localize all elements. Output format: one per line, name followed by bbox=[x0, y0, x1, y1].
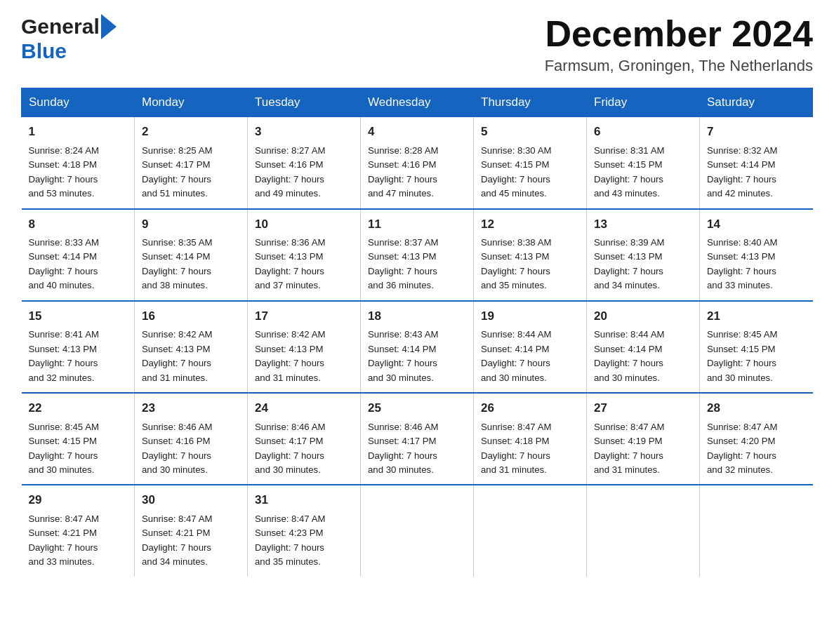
calendar-week-row: 22Sunrise: 8:45 AMSunset: 4:15 PMDayligh… bbox=[22, 393, 813, 485]
day-number: 21 bbox=[707, 307, 806, 326]
col-header-friday: Friday bbox=[587, 88, 700, 117]
calendar-cell: 14Sunrise: 8:40 AMSunset: 4:13 PMDayligh… bbox=[700, 209, 813, 301]
day-number: 3 bbox=[255, 123, 353, 141]
day-number: 10 bbox=[255, 215, 353, 234]
day-info: Sunrise: 8:47 AMSunset: 4:23 PMDaylight:… bbox=[255, 514, 325, 567]
day-info: Sunrise: 8:45 AMSunset: 4:15 PMDaylight:… bbox=[29, 422, 99, 475]
day-info: Sunrise: 8:46 AMSunset: 4:16 PMDaylight:… bbox=[142, 422, 212, 475]
day-number: 18 bbox=[368, 307, 466, 326]
day-number: 13 bbox=[594, 215, 692, 234]
calendar-cell: 15Sunrise: 8:41 AMSunset: 4:13 PMDayligh… bbox=[22, 301, 135, 393]
day-number: 26 bbox=[481, 399, 579, 417]
calendar-cell: 29Sunrise: 8:47 AMSunset: 4:21 PMDayligh… bbox=[22, 485, 135, 576]
calendar-cell: 12Sunrise: 8:38 AMSunset: 4:13 PMDayligh… bbox=[474, 209, 587, 301]
calendar-cell: 13Sunrise: 8:39 AMSunset: 4:13 PMDayligh… bbox=[587, 209, 700, 301]
day-info: Sunrise: 8:47 AMSunset: 4:21 PMDaylight:… bbox=[142, 514, 212, 567]
day-number: 24 bbox=[255, 399, 353, 417]
calendar-cell: 19Sunrise: 8:44 AMSunset: 4:14 PMDayligh… bbox=[474, 301, 587, 393]
calendar-cell: 11Sunrise: 8:37 AMSunset: 4:13 PMDayligh… bbox=[361, 209, 474, 301]
calendar-cell: 21Sunrise: 8:45 AMSunset: 4:15 PMDayligh… bbox=[700, 301, 813, 393]
day-info: Sunrise: 8:46 AMSunset: 4:17 PMDaylight:… bbox=[368, 422, 438, 475]
day-info: Sunrise: 8:38 AMSunset: 4:13 PMDaylight:… bbox=[481, 237, 551, 290]
day-number: 7 bbox=[707, 123, 806, 141]
calendar-cell bbox=[474, 485, 587, 576]
day-number: 29 bbox=[29, 491, 128, 509]
calendar-header-row: SundayMondayTuesdayWednesdayThursdayFrid… bbox=[22, 88, 813, 117]
day-number: 22 bbox=[29, 399, 128, 417]
day-info: Sunrise: 8:47 AMSunset: 4:18 PMDaylight:… bbox=[481, 422, 551, 475]
day-number: 30 bbox=[142, 491, 240, 509]
day-info: Sunrise: 8:35 AMSunset: 4:14 PMDaylight:… bbox=[142, 237, 212, 290]
day-number: 9 bbox=[142, 215, 240, 234]
calendar-cell: 6Sunrise: 8:31 AMSunset: 4:15 PMDaylight… bbox=[587, 117, 700, 209]
calendar-cell: 5Sunrise: 8:30 AMSunset: 4:15 PMDaylight… bbox=[474, 117, 587, 209]
day-info: Sunrise: 8:31 AMSunset: 4:15 PMDaylight:… bbox=[594, 145, 664, 199]
calendar-week-row: 29Sunrise: 8:47 AMSunset: 4:21 PMDayligh… bbox=[22, 485, 813, 576]
day-info: Sunrise: 8:27 AMSunset: 4:16 PMDaylight:… bbox=[255, 145, 325, 199]
calendar-cell: 20Sunrise: 8:44 AMSunset: 4:14 PMDayligh… bbox=[587, 301, 700, 393]
col-header-saturday: Saturday bbox=[700, 88, 813, 117]
day-info: Sunrise: 8:46 AMSunset: 4:17 PMDaylight:… bbox=[255, 422, 325, 475]
day-info: Sunrise: 8:25 AMSunset: 4:17 PMDaylight:… bbox=[142, 145, 212, 199]
logo-arrow-icon bbox=[101, 14, 117, 39]
calendar-table: SundayMondayTuesdayWednesdayThursdayFrid… bbox=[21, 88, 813, 577]
calendar-cell bbox=[700, 485, 813, 576]
calendar-cell: 18Sunrise: 8:43 AMSunset: 4:14 PMDayligh… bbox=[361, 301, 474, 393]
col-header-monday: Monday bbox=[135, 88, 248, 117]
day-info: Sunrise: 8:42 AMSunset: 4:13 PMDaylight:… bbox=[255, 329, 325, 382]
col-header-thursday: Thursday bbox=[474, 88, 587, 117]
day-info: Sunrise: 8:24 AMSunset: 4:18 PMDaylight:… bbox=[29, 145, 99, 199]
day-number: 4 bbox=[368, 123, 466, 141]
day-number: 12 bbox=[481, 215, 579, 234]
col-header-sunday: Sunday bbox=[22, 88, 135, 117]
day-number: 27 bbox=[594, 399, 692, 417]
day-number: 17 bbox=[255, 307, 353, 326]
calendar-cell: 22Sunrise: 8:45 AMSunset: 4:15 PMDayligh… bbox=[22, 393, 135, 485]
calendar-cell: 4Sunrise: 8:28 AMSunset: 4:16 PMDaylight… bbox=[361, 117, 474, 209]
day-number: 6 bbox=[594, 123, 692, 141]
calendar-week-row: 1Sunrise: 8:24 AMSunset: 4:18 PMDaylight… bbox=[22, 117, 813, 209]
day-number: 16 bbox=[142, 307, 240, 326]
logo-general: General bbox=[21, 16, 100, 37]
month-title: December 2024 bbox=[545, 14, 813, 54]
calendar-cell: 2Sunrise: 8:25 AMSunset: 4:17 PMDaylight… bbox=[135, 117, 248, 209]
day-number: 5 bbox=[481, 123, 579, 141]
day-number: 14 bbox=[707, 215, 806, 234]
day-info: Sunrise: 8:36 AMSunset: 4:13 PMDaylight:… bbox=[255, 237, 325, 290]
title-area: December 2024 Farmsum, Groningen, The Ne… bbox=[545, 14, 813, 75]
day-info: Sunrise: 8:32 AMSunset: 4:14 PMDaylight:… bbox=[707, 145, 777, 199]
calendar-cell: 3Sunrise: 8:27 AMSunset: 4:16 PMDaylight… bbox=[248, 117, 361, 209]
col-header-tuesday: Tuesday bbox=[248, 88, 361, 117]
day-info: Sunrise: 8:45 AMSunset: 4:15 PMDaylight:… bbox=[707, 329, 777, 382]
calendar-week-row: 15Sunrise: 8:41 AMSunset: 4:13 PMDayligh… bbox=[22, 301, 813, 393]
day-info: Sunrise: 8:37 AMSunset: 4:13 PMDaylight:… bbox=[368, 237, 438, 290]
calendar-cell: 9Sunrise: 8:35 AMSunset: 4:14 PMDaylight… bbox=[135, 209, 248, 301]
day-info: Sunrise: 8:33 AMSunset: 4:14 PMDaylight:… bbox=[29, 237, 99, 290]
calendar-cell bbox=[587, 485, 700, 576]
logo-blue: Blue bbox=[21, 39, 67, 62]
day-number: 25 bbox=[368, 399, 466, 417]
day-number: 15 bbox=[29, 307, 128, 326]
calendar-cell: 31Sunrise: 8:47 AMSunset: 4:23 PMDayligh… bbox=[248, 485, 361, 576]
day-number: 8 bbox=[29, 215, 128, 234]
day-number: 11 bbox=[368, 215, 466, 234]
location: Farmsum, Groningen, The Netherlands bbox=[545, 57, 813, 75]
page-header: General Blue December 2024 Farmsum, Gron… bbox=[21, 14, 813, 75]
day-number: 19 bbox=[481, 307, 579, 326]
calendar-cell: 25Sunrise: 8:46 AMSunset: 4:17 PMDayligh… bbox=[361, 393, 474, 485]
calendar-cell: 1Sunrise: 8:24 AMSunset: 4:18 PMDaylight… bbox=[22, 117, 135, 209]
day-info: Sunrise: 8:41 AMSunset: 4:13 PMDaylight:… bbox=[29, 329, 99, 382]
day-info: Sunrise: 8:43 AMSunset: 4:14 PMDaylight:… bbox=[368, 329, 438, 382]
calendar-cell: 8Sunrise: 8:33 AMSunset: 4:14 PMDaylight… bbox=[22, 209, 135, 301]
day-number: 31 bbox=[255, 491, 353, 509]
day-number: 23 bbox=[142, 399, 240, 417]
day-info: Sunrise: 8:28 AMSunset: 4:16 PMDaylight:… bbox=[368, 145, 438, 199]
day-number: 28 bbox=[707, 399, 806, 417]
day-number: 20 bbox=[594, 307, 692, 326]
day-info: Sunrise: 8:44 AMSunset: 4:14 PMDaylight:… bbox=[594, 329, 664, 382]
calendar-cell: 10Sunrise: 8:36 AMSunset: 4:13 PMDayligh… bbox=[248, 209, 361, 301]
day-number: 2 bbox=[142, 123, 240, 141]
day-info: Sunrise: 8:40 AMSunset: 4:13 PMDaylight:… bbox=[707, 237, 777, 290]
day-info: Sunrise: 8:44 AMSunset: 4:14 PMDaylight:… bbox=[481, 329, 551, 382]
calendar-cell: 24Sunrise: 8:46 AMSunset: 4:17 PMDayligh… bbox=[248, 393, 361, 485]
